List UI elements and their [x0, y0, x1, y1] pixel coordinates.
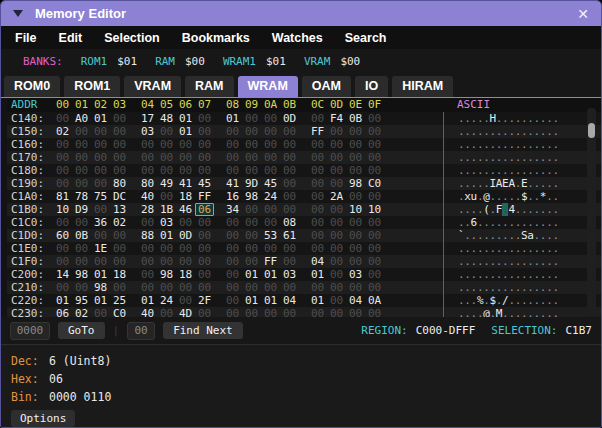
byte-cell[interactable]: 9D [242, 177, 261, 190]
byte-cell[interactable]: 78 [72, 190, 91, 203]
byte-cell[interactable]: 00 [242, 216, 261, 229]
byte-cell[interactable]: 01 [176, 112, 195, 125]
byte-cell[interactable]: 00 [346, 125, 365, 138]
byte-cell[interactable]: 00 [346, 138, 365, 151]
byte-cell[interactable]: 00 [242, 151, 261, 164]
byte-cell[interactable]: 00 [365, 164, 384, 177]
byte-cell[interactable]: 00 [72, 242, 91, 255]
byte-cell[interactable]: 01 [53, 294, 72, 307]
byte-cell[interactable]: 04 [280, 294, 299, 307]
byte-cell[interactable]: 00 [53, 112, 72, 125]
byte-cell[interactable]: 00 [53, 177, 72, 190]
find-byte-input[interactable] [127, 322, 155, 340]
byte-cell[interactable]: 01 [242, 268, 261, 281]
byte-cell[interactable]: 00 [327, 203, 346, 216]
byte-cell[interactable]: 00 [327, 164, 346, 177]
byte-cell[interactable]: 00 [346, 164, 365, 177]
goto-button[interactable]: GoTo [58, 322, 105, 339]
scrollbar-track[interactable] [587, 108, 596, 314]
byte-cell[interactable]: 00 [327, 138, 346, 151]
ascii-char[interactable]: . [552, 164, 558, 177]
byte-cell[interactable]: 00 [365, 125, 384, 138]
byte-cell[interactable]: 00 [346, 229, 365, 242]
tab-ram[interactable]: RAM [185, 76, 233, 97]
ascii-char[interactable]: . [552, 255, 558, 268]
byte-cell[interactable]: 00 [110, 242, 129, 255]
byte-cell[interactable]: 00 [261, 112, 280, 125]
byte-cell[interactable]: 00 [91, 203, 110, 216]
byte-cell[interactable]: 00 [327, 216, 346, 229]
byte-cell[interactable]: 00 [223, 268, 242, 281]
byte-cell[interactable]: 10 [53, 203, 72, 216]
byte-cell[interactable]: 81 [53, 190, 72, 203]
ascii-char[interactable]: . [552, 216, 558, 229]
byte-cell[interactable]: 00 [365, 112, 384, 125]
byte-cell[interactable]: 00 [195, 112, 214, 125]
byte-cell[interactable]: 00 [242, 307, 261, 317]
ascii-char[interactable]: . [552, 268, 558, 281]
ascii-char[interactable]: . [552, 112, 558, 125]
byte-cell[interactable]: 00 [346, 255, 365, 268]
byte-cell[interactable]: 98 [91, 281, 110, 294]
byte-cell[interactable]: 01 [91, 268, 110, 281]
byte-cell[interactable]: D9 [72, 203, 91, 216]
byte-cell[interactable]: 00 [110, 138, 129, 151]
byte-cell[interactable]: 00 [327, 255, 346, 268]
byte-cell[interactable]: 00 [308, 307, 327, 317]
byte-cell[interactable]: 98 [157, 268, 176, 281]
ascii-char[interactable]: . [552, 242, 558, 255]
byte-cell[interactable]: 00 [91, 177, 110, 190]
byte-cell[interactable]: 00 [261, 125, 280, 138]
byte-cell[interactable]: A0 [72, 112, 91, 125]
byte-cell[interactable]: 00 [308, 190, 327, 203]
byte-cell[interactable]: 00 [176, 216, 195, 229]
byte-cell[interactable]: 00 [308, 112, 327, 125]
byte-cell[interactable]: 04 [346, 294, 365, 307]
byte-cell[interactable]: 17 [138, 112, 157, 125]
byte-cell[interactable]: 00 [280, 203, 299, 216]
byte-cell[interactable]: 00 [346, 151, 365, 164]
byte-cell[interactable]: 00 [327, 268, 346, 281]
byte-cell[interactable]: 01 [91, 112, 110, 125]
byte-cell[interactable]: 00 [346, 307, 365, 317]
byte-cell[interactable]: 00 [327, 307, 346, 317]
byte-cell[interactable]: 98 [346, 177, 365, 190]
tab-rom1[interactable]: ROM1 [64, 76, 120, 97]
byte-cell[interactable]: 00 [223, 307, 242, 317]
byte-cell[interactable]: 00 [223, 125, 242, 138]
byte-cell[interactable]: 06 [195, 203, 214, 216]
byte-cell[interactable]: 03 [138, 125, 157, 138]
byte-cell[interactable]: 00 [138, 242, 157, 255]
byte-cell[interactable]: 00 [157, 125, 176, 138]
byte-cell[interactable]: 01 [138, 294, 157, 307]
byte-cell[interactable]: 00 [327, 125, 346, 138]
byte-cell[interactable]: 00 [280, 164, 299, 177]
byte-cell[interactable]: 01 [176, 125, 195, 138]
tab-io[interactable]: IO [355, 76, 388, 97]
byte-cell[interactable]: 00 [223, 294, 242, 307]
byte-cell[interactable]: 04 [308, 255, 327, 268]
byte-cell[interactable]: 00 [327, 242, 346, 255]
byte-cell[interactable]: 00 [365, 242, 384, 255]
byte-cell[interactable]: 00 [261, 216, 280, 229]
byte-cell[interactable]: 00 [157, 307, 176, 317]
tab-oam[interactable]: OAM [302, 76, 351, 97]
byte-cell[interactable]: 00 [195, 151, 214, 164]
byte-cell[interactable]: 00 [91, 164, 110, 177]
byte-cell[interactable]: 00 [223, 138, 242, 151]
byte-cell[interactable]: 24 [157, 294, 176, 307]
byte-cell[interactable]: 0A [365, 294, 384, 307]
byte-cell[interactable]: 45 [195, 177, 214, 190]
byte-cell[interactable]: 00 [138, 281, 157, 294]
byte-cell[interactable]: 95 [72, 294, 91, 307]
byte-cell[interactable]: 28 [138, 203, 157, 216]
byte-cell[interactable]: 00 [72, 177, 91, 190]
byte-cell[interactable]: 00 [157, 281, 176, 294]
byte-cell[interactable]: 80 [110, 177, 129, 190]
byte-cell[interactable]: 25 [110, 294, 129, 307]
byte-cell[interactable]: 00 [157, 138, 176, 151]
byte-cell[interactable]: 01 [261, 268, 280, 281]
byte-cell[interactable]: 00 [261, 203, 280, 216]
byte-cell[interactable]: 00 [242, 112, 261, 125]
byte-cell[interactable]: 0B [346, 112, 365, 125]
